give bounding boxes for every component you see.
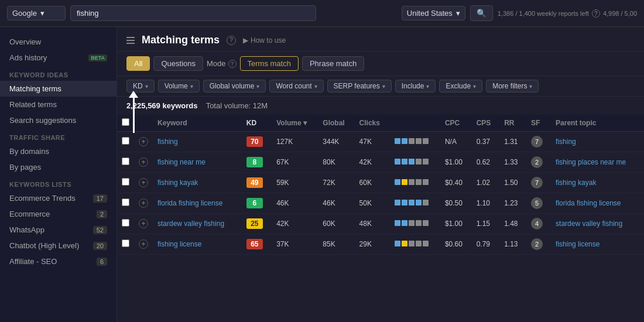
filter-include[interactable]: Include ▾ bbox=[395, 80, 436, 93]
sf-badge-0: 7 bbox=[531, 136, 543, 148]
add-keyword-btn-2[interactable]: + bbox=[139, 178, 148, 187]
search-input[interactable] bbox=[70, 5, 316, 21]
row-checkbox-1[interactable] bbox=[122, 157, 129, 165]
row-checkbox-cell bbox=[117, 152, 134, 173]
row-checkbox-0[interactable] bbox=[122, 137, 129, 145]
kd-badge-1: 8 bbox=[246, 157, 263, 167]
row-sf-0: 7 bbox=[526, 132, 551, 152]
filter-exclude[interactable]: Exclude ▾ bbox=[439, 80, 482, 93]
th-clicks[interactable]: Clicks bbox=[355, 115, 390, 132]
filter-kd[interactable]: KD ▾ bbox=[126, 80, 155, 93]
parent-topic-link-1[interactable]: fishing places near me bbox=[556, 158, 626, 166]
hamburger-icon[interactable] bbox=[126, 37, 135, 44]
row-keyword-3[interactable]: florida fishing license bbox=[153, 193, 242, 214]
row-parent-topic-3[interactable]: florida fishing license bbox=[551, 193, 644, 214]
row-keyword-4[interactable]: stardew valley fishing bbox=[153, 214, 242, 234]
filter-global-volume[interactable]: Global volume ▾ bbox=[203, 80, 266, 93]
app-layout: Overview Ads history BETA Keyword ideas … bbox=[0, 27, 644, 322]
sidebar-item-ads-history[interactable]: Ads history BETA bbox=[0, 50, 117, 66]
filter-word-count[interactable]: Word count ▾ bbox=[269, 80, 323, 93]
add-keyword-btn-4[interactable]: + bbox=[139, 219, 148, 228]
sidebar-label-overview: Overview bbox=[9, 37, 41, 46]
engine-chevron: ▾ bbox=[40, 9, 44, 18]
row-clicks-5: 29K bbox=[355, 234, 390, 255]
parent-topic-link-3[interactable]: florida fishing license bbox=[556, 199, 621, 207]
row-parent-topic-5[interactable]: fishing license bbox=[551, 234, 644, 255]
sidebar-item-by-domains[interactable]: By domains bbox=[0, 143, 117, 159]
add-keyword-btn-1[interactable]: + bbox=[139, 157, 148, 167]
keyword-link-4[interactable]: stardew valley fishing bbox=[157, 220, 224, 228]
sidebar-item-search-suggestions[interactable]: Search suggestions bbox=[0, 112, 117, 128]
add-keyword-btn-0[interactable]: + bbox=[139, 137, 148, 146]
row-checkbox-3[interactable] bbox=[122, 198, 129, 206]
add-keyword-btn-3[interactable]: + bbox=[139, 198, 148, 208]
th-cpc[interactable]: CPC bbox=[440, 115, 472, 132]
th-sf[interactable]: SF bbox=[526, 115, 551, 132]
sidebar-item-by-pages[interactable]: By pages bbox=[0, 159, 117, 175]
row-checkbox-4[interactable] bbox=[122, 219, 129, 227]
sidebar-item-ecommerce[interactable]: Ecommerce 2 bbox=[0, 206, 117, 222]
sidebar-item-overview[interactable]: Overview bbox=[0, 34, 117, 50]
keyword-link-0[interactable]: fishing bbox=[157, 138, 178, 146]
row-parent-topic-4[interactable]: stardew valley fishing bbox=[551, 214, 644, 234]
row-cps-0: 0.37 bbox=[472, 132, 499, 152]
sidebar-item-whatsapp[interactable]: WhatsApp 52 bbox=[0, 222, 117, 238]
row-checkbox-5[interactable] bbox=[122, 239, 129, 247]
sidebar-label-ecommerce-trends: Ecommerce Trends bbox=[9, 194, 76, 203]
th-kd[interactable]: KD bbox=[242, 115, 272, 132]
tab-all[interactable]: All bbox=[126, 56, 150, 71]
country-select[interactable]: United States ▾ bbox=[402, 6, 465, 20]
sidebar-item-ecommerce-trends[interactable]: Ecommerce Trends 17 bbox=[0, 190, 117, 206]
table-row: + fishing 70 127K 344K 47K N/A 0.37 1.31… bbox=[117, 132, 644, 152]
keyword-link-2[interactable]: fishing kayak bbox=[157, 179, 198, 187]
sidebar-label-chatbot: Chatbot (High Level) bbox=[9, 241, 79, 250]
sidebar-item-affiliate-seo[interactable]: Affiliate - SEO 6 bbox=[0, 254, 117, 269]
tab-phrase-match[interactable]: Phrase match bbox=[302, 56, 364, 71]
th-parent-topic[interactable]: Parent topic bbox=[551, 115, 644, 132]
sidebar-item-chatbot[interactable]: Chatbot (High Level) 20 bbox=[0, 238, 117, 254]
row-cpc-0: N/A bbox=[440, 132, 472, 152]
sidebar-item-matching-terms[interactable]: Matching terms bbox=[0, 81, 117, 97]
select-all-checkbox[interactable] bbox=[122, 118, 129, 126]
kd-badge-2: 49 bbox=[246, 177, 263, 188]
mode-help-icon: ? bbox=[228, 60, 237, 68]
badge-affiliate-seo: 6 bbox=[97, 258, 107, 266]
keyword-link-3[interactable]: florida fishing license bbox=[157, 199, 222, 207]
engine-select[interactable]: Google ▾ bbox=[7, 6, 66, 20]
parent-topic-link-2[interactable]: fishing kayak bbox=[556, 179, 596, 187]
row-keyword-5[interactable]: fishing license bbox=[153, 234, 242, 255]
row-global-3: 46K bbox=[318, 193, 354, 214]
row-cpc-3: $0.50 bbox=[440, 193, 472, 214]
row-global-2: 72K bbox=[318, 173, 354, 193]
row-keyword-0[interactable]: fishing bbox=[153, 132, 242, 152]
tab-questions[interactable]: Questions bbox=[153, 56, 203, 71]
search-button[interactable]: 🔍 bbox=[470, 5, 493, 21]
row-parent-topic-2[interactable]: fishing kayak bbox=[551, 173, 644, 193]
keyword-link-5[interactable]: fishing license bbox=[157, 240, 201, 248]
th-rr[interactable]: RR bbox=[499, 115, 526, 132]
th-volume[interactable]: Volume ▾ bbox=[272, 115, 318, 132]
th-global[interactable]: Global bbox=[318, 115, 354, 132]
how-to-use-link[interactable]: ▶ How to use bbox=[243, 36, 286, 44]
th-cps[interactable]: CPS bbox=[472, 115, 499, 132]
add-keyword-btn-5[interactable]: + bbox=[139, 239, 148, 249]
sidebar-item-related-terms[interactable]: Related terms bbox=[0, 97, 117, 112]
badge-whatsapp: 52 bbox=[93, 226, 107, 234]
parent-topic-link-4[interactable]: stardew valley fishing bbox=[556, 220, 622, 228]
row-parent-topic-1[interactable]: fishing places near me bbox=[551, 152, 644, 173]
help-circle-icon: ? bbox=[227, 36, 236, 45]
row-checkbox-2[interactable] bbox=[122, 178, 129, 186]
row-global-4: 60K bbox=[318, 214, 354, 234]
th-keyword[interactable]: Keyword bbox=[153, 115, 242, 132]
tab-terms-match[interactable]: Terms match bbox=[240, 56, 299, 71]
filter-volume[interactable]: Volume ▾ bbox=[158, 80, 200, 93]
keyword-link-1[interactable]: fishing near me bbox=[157, 158, 205, 166]
parent-topic-link-0[interactable]: fishing bbox=[556, 138, 576, 146]
row-parent-topic-0[interactable]: fishing bbox=[551, 132, 644, 152]
row-cps-5: 0.79 bbox=[472, 234, 499, 255]
filter-more[interactable]: More filters ▾ bbox=[486, 80, 539, 93]
parent-topic-link-5[interactable]: fishing license bbox=[556, 240, 600, 248]
row-keyword-1[interactable]: fishing near me bbox=[153, 152, 242, 173]
filter-serp-features[interactable]: SERP features ▾ bbox=[327, 80, 392, 93]
row-keyword-2[interactable]: fishing kayak bbox=[153, 173, 242, 193]
